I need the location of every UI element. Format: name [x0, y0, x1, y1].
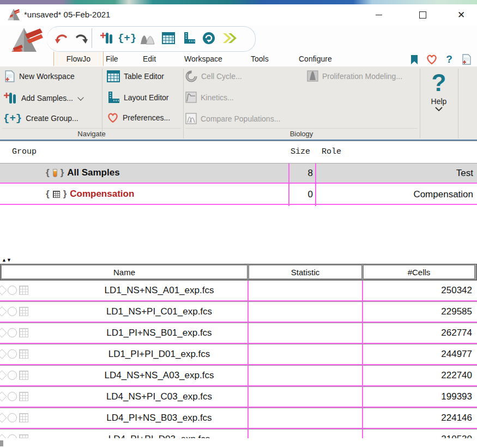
new-workspace-icon: [462, 54, 472, 65]
column-gridline: [362, 387, 363, 407]
tab-flowjo[interactable]: FlowJo: [53, 52, 104, 66]
circle-icon[interactable]: [8, 286, 17, 295]
statistic-column-header[interactable]: Statistic: [249, 265, 362, 279]
grid-icon[interactable]: [19, 349, 28, 359]
group-name: { } Compensation: [46, 189, 134, 199]
diamond-icon[interactable]: [0, 349, 7, 359]
circle-icon[interactable]: [8, 328, 17, 337]
sample-cell-count: 250342: [363, 285, 472, 296]
diamond-icon[interactable]: [0, 370, 7, 380]
circle-icon[interactable]: [8, 392, 17, 401]
undo-button[interactable]: [52, 29, 71, 47]
grid-icon[interactable]: [19, 328, 28, 337]
ribbon: New Workspace Add Samples... {+} Create …: [0, 66, 477, 141]
fast-forward-toolbar-button[interactable]: [220, 29, 239, 47]
desktop-background-strip: [0, 0, 477, 4]
create-group-toolbar-button[interactable]: {+}: [118, 29, 136, 47]
histogram-toolbar-button[interactable]: [138, 29, 157, 47]
sample-row-icons: [0, 349, 28, 359]
sample-table: Name Statistic #Cells LD1_NS+NS_A01_exp.…: [0, 264, 477, 438]
tab-file[interactable]: File: [99, 52, 125, 66]
preferences-heart-button[interactable]: [424, 53, 439, 66]
name-column-header[interactable]: Name: [1, 265, 247, 279]
circle-icon[interactable]: [8, 413, 17, 422]
sample-cell-count: 262774: [363, 328, 472, 338]
sample-row[interactable]: LD1_PI+PI_D01_exp.fcs 244977: [0, 344, 477, 365]
undo-icon: [55, 32, 69, 44]
redo-icon: [74, 32, 88, 44]
layout-ruler-icon: [183, 32, 196, 45]
panel-splitter[interactable]: ▲▼: [0, 256, 477, 264]
size-column-header[interactable]: Size: [291, 147, 310, 156]
cells-column-header[interactable]: #Cells: [363, 265, 475, 279]
diamond-icon[interactable]: [0, 306, 7, 316]
proliferation-modeling-button[interactable]: Proliferation Modeling...: [307, 70, 402, 82]
tab-tools[interactable]: Tools: [244, 52, 275, 66]
minimize-icon: [376, 15, 382, 15]
add-samples-toolbar-button[interactable]: [97, 29, 116, 47]
sample-row-icons: [0, 328, 28, 337]
kinetics-icon: [185, 92, 197, 103]
new-workspace-quick-button[interactable]: [459, 53, 474, 66]
tab-edit[interactable]: Edit: [136, 52, 162, 66]
brace-icon: {: [46, 167, 50, 178]
sample-row[interactable]: LD1_NS+NS_A01_exp.fcs 250342: [0, 280, 477, 301]
sample-name: LD1_NS+NS_A01_exp.fcs: [71, 285, 247, 296]
sample-row-icons: [0, 371, 28, 380]
window-title: *unsaved* 05-Feb-2021: [24, 10, 110, 19]
sample-row[interactable]: LD4_NS+NS_A03_exp.fcs 222740: [0, 365, 477, 386]
group-row-compensation[interactable]: { } Compensation 0 Compensation: [0, 185, 477, 205]
role-column-header[interactable]: Role: [322, 147, 341, 156]
cell-cycle-button[interactable]: Cell Cycle...: [185, 70, 242, 82]
diamond-icon[interactable]: [0, 413, 7, 422]
layout-ruler-icon: [107, 91, 120, 104]
sample-cell-count: 224146: [363, 413, 472, 423]
close-button[interactable]: ✕: [449, 4, 474, 25]
grid-icon[interactable]: [19, 307, 28, 316]
grid-icon[interactable]: [19, 392, 28, 401]
layout-editor-button[interactable]: Layout Editor: [107, 91, 169, 104]
sample-row[interactable]: LD1_NS+PI_C01_exp.fcs 229585: [0, 301, 477, 323]
layout-editor-toolbar-button[interactable]: [180, 29, 198, 47]
grid-icon[interactable]: [19, 413, 28, 422]
maximize-button[interactable]: [410, 4, 435, 25]
refresh-toolbar-button[interactable]: [200, 29, 218, 47]
create-group-button[interactable]: {+} Create Group...: [3, 112, 79, 124]
column-gridline: [247, 323, 249, 343]
new-workspace-button[interactable]: New Workspace: [4, 70, 75, 82]
add-samples-icon: [2, 91, 17, 105]
circle-icon[interactable]: [8, 371, 17, 380]
table-editor-toolbar-button[interactable]: [159, 29, 178, 47]
sample-row[interactable]: LD1_PI+NS_B01_exp.fcs 262774: [0, 323, 477, 344]
sample-row[interactable]: LD4_NS+PI_C03_exp.fcs 199393: [0, 386, 477, 408]
group-column-header[interactable]: Group: [12, 147, 37, 156]
sort-control-icon[interactable]: ▲▼: [2, 257, 11, 263]
tab-configure[interactable]: Configure: [292, 52, 339, 66]
kinetics-button[interactable]: Kinetics...: [185, 92, 234, 103]
biology-group-label: Biology: [183, 130, 420, 138]
diamond-icon[interactable]: [0, 285, 7, 295]
sample-name: LD1_PI+PI_D01_exp.fcs: [71, 349, 247, 360]
grid-icon[interactable]: [19, 371, 28, 380]
grid-icon[interactable]: [19, 286, 28, 295]
histogram-icon: [140, 32, 155, 45]
diamond-icon[interactable]: [0, 391, 7, 401]
circle-icon[interactable]: [8, 349, 17, 359]
diamond-icon[interactable]: [0, 328, 7, 337]
add-samples-button[interactable]: Add Samples...: [2, 91, 83, 105]
preferences-button[interactable]: Preferences...: [107, 112, 170, 123]
group-row-all-samples[interactable]: { } All Samples 8 Test: [0, 164, 477, 184]
redo-button[interactable]: [72, 29, 90, 47]
compare-populations-button[interactable]: Compare Populations...: [185, 113, 280, 124]
bookmark-button[interactable]: [407, 53, 422, 66]
circle-icon[interactable]: [8, 307, 17, 316]
minimize-button[interactable]: [366, 4, 391, 25]
column-gridline: [247, 302, 249, 322]
tab-workspace[interactable]: Workspace: [178, 52, 229, 66]
group-size: 8: [289, 168, 313, 179]
help-button[interactable]: ? Help: [421, 70, 457, 130]
help-question-button[interactable]: ?: [442, 53, 457, 66]
group-role: Test: [318, 168, 473, 179]
table-editor-button[interactable]: Table Editor: [107, 70, 164, 82]
sample-row[interactable]: LD4_PI+NS_B03_exp.fcs 224146: [0, 408, 477, 429]
